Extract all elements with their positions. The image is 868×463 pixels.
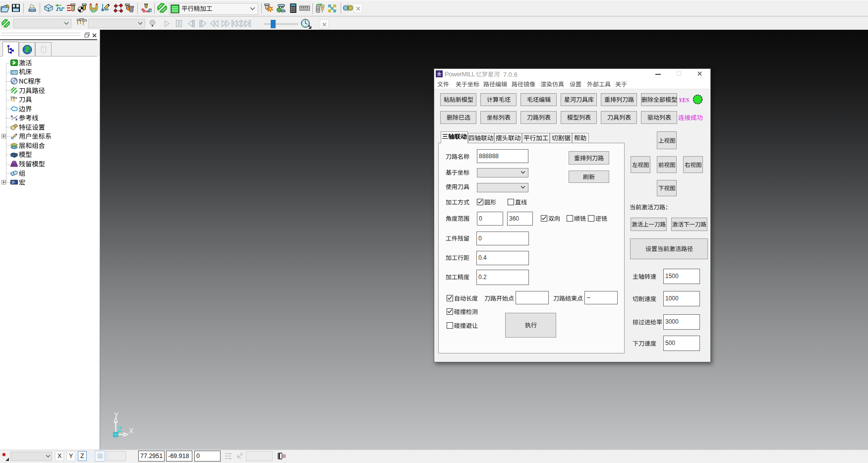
svg-text:Y: Y [114, 411, 119, 419]
svg-text:Z: Z [117, 425, 122, 433]
svg-text:X: X [129, 427, 134, 435]
